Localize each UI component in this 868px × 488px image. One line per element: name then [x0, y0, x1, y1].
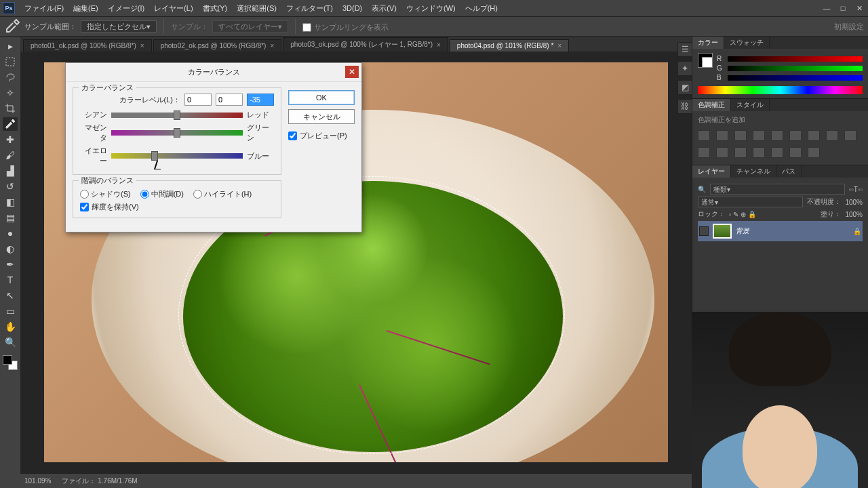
adj-icon[interactable] [844, 130, 856, 141]
menu-image[interactable]: イメージ(I) [108, 3, 144, 14]
minimize-button[interactable]: — [821, 3, 833, 13]
type-tool[interactable]: T [3, 273, 18, 287]
tab-swatches[interactable]: スウォッチ [724, 37, 770, 49]
spectrum-picker[interactable] [698, 86, 863, 94]
b-slider[interactable] [728, 75, 863, 81]
adj-icon[interactable] [734, 147, 747, 158]
tab-paths[interactable]: パス [776, 165, 802, 178]
dialog-close-button[interactable]: ✕ [345, 66, 359, 78]
menu-view[interactable]: 表示(V) [372, 3, 397, 14]
doc-tab-1[interactable]: photo01_ok.psd @ 100% (RGB/8*)× [23, 39, 152, 52]
move-tool[interactable]: ▸ [3, 39, 18, 53]
blur-tool[interactable]: ● [3, 226, 18, 240]
close-icon[interactable]: × [140, 42, 144, 49]
adj-icon[interactable] [716, 130, 728, 141]
eyedropper-tool[interactable] [3, 117, 18, 131]
layer-kind-dropdown[interactable]: 種類▾ [710, 184, 845, 195]
level-1-input[interactable] [184, 94, 212, 106]
adj-icon[interactable] [716, 147, 728, 158]
adj-icon[interactable] [734, 130, 747, 141]
zoom-level[interactable]: 101.09% [24, 477, 51, 485]
close-icon[interactable]: × [437, 41, 441, 49]
layer-thumbnail[interactable] [713, 224, 732, 239]
dodge-tool[interactable]: ◐ [3, 242, 18, 256]
close-icon[interactable]: × [270, 42, 274, 49]
sample-range-dropdown[interactable]: 指定したピクセル▾ [81, 20, 157, 33]
history-icon[interactable]: ☰ [677, 42, 692, 57]
ok-button[interactable]: OK [288, 90, 355, 105]
menu-help[interactable]: ヘルプ(H) [465, 3, 498, 14]
menu-edit[interactable]: 編集(E) [73, 3, 98, 14]
menu-type[interactable]: 書式(Y) [203, 3, 228, 14]
visibility-icon[interactable] [699, 226, 709, 236]
blend-mode-dropdown[interactable]: 通常▾ [698, 197, 803, 207]
eraser-tool[interactable]: ◧ [3, 195, 18, 209]
histogram-icon[interactable]: ⛓ [677, 99, 692, 114]
close-icon[interactable]: × [557, 42, 561, 49]
marquee-tool[interactable] [3, 55, 18, 68]
doc-tab-4[interactable]: photo04.psd @ 101% (RGB/8) *× [450, 39, 569, 52]
radio-midtone[interactable]: 中間調(D) [140, 189, 184, 199]
sample-dropdown[interactable]: すべてのレイヤー▾ [212, 20, 288, 33]
magenta-green-slider[interactable] [111, 130, 243, 136]
menu-layer[interactable]: レイヤー(L) [154, 3, 193, 14]
stamp-tool[interactable]: ▟ [3, 164, 18, 178]
cyan-red-slider[interactable] [111, 113, 243, 118]
adj-icon[interactable] [698, 130, 710, 141]
show-ring-checkbox[interactable]: サンプルリングを表示 [302, 22, 389, 33]
dialog-title-bar[interactable]: カラーバランス ✕ [66, 63, 361, 82]
reset-label[interactable]: 初期設定 [834, 22, 864, 32]
gradient-tool[interactable]: ▤ [3, 211, 18, 224]
heal-tool[interactable]: ✚ [3, 133, 18, 146]
pen-tool[interactable]: ✒ [3, 258, 18, 271]
path-tool[interactable]: ↖ [3, 289, 18, 302]
eyedropper-icon[interactable] [4, 20, 20, 33]
cancel-button[interactable]: キャンセル [288, 109, 355, 124]
adj-icon[interactable] [771, 147, 783, 158]
preview-checkbox[interactable]: プレビュー(P) [288, 131, 355, 141]
menu-select[interactable]: 選択範囲(S) [237, 3, 277, 14]
radio-highlight[interactable]: ハイライト(H) [193, 189, 252, 199]
menu-3d[interactable]: 3D(D) [342, 4, 362, 12]
adj-icon[interactable] [808, 130, 820, 141]
adj-icon[interactable] [789, 147, 802, 158]
tab-adjustments[interactable]: 色調補正 [692, 99, 731, 111]
tab-layers[interactable]: レイヤー [692, 165, 731, 178]
adj-icon[interactable] [753, 130, 765, 141]
hand-tool[interactable]: ✋ [3, 320, 18, 333]
level-2-input[interactable] [216, 94, 243, 106]
maximize-button[interactable]: □ [837, 3, 849, 13]
level-3-input[interactable] [247, 94, 274, 106]
lasso-tool[interactable] [3, 70, 18, 84]
menu-filter[interactable]: フィルター(T) [286, 3, 333, 14]
menu-window[interactable]: ウィンドウ(W) [406, 3, 456, 14]
doc-tab-2[interactable]: photo02_ok.psd @ 100% (RGB/8*)× [153, 39, 282, 52]
history-brush-tool[interactable]: ↺ [3, 180, 18, 193]
adj-icon[interactable] [698, 147, 710, 158]
zoom-tool[interactable]: 🔍 [3, 336, 18, 349]
tab-channels[interactable]: チャンネル [731, 165, 776, 178]
adj-icon[interactable] [771, 130, 783, 141]
shape-tool[interactable]: ▭ [3, 304, 18, 318]
r-slider[interactable] [728, 56, 863, 62]
info-icon[interactable]: ◩ [677, 80, 692, 95]
actions-icon[interactable]: ✦ [677, 61, 692, 76]
brush-tool[interactable]: 🖌 [3, 148, 18, 162]
tab-styles[interactable]: スタイル [731, 99, 770, 111]
adj-icon[interactable] [808, 147, 820, 158]
menu-file[interactable]: ファイル(F) [24, 3, 64, 14]
preserve-luminosity-checkbox[interactable]: 輝度を保持(V) [80, 202, 274, 212]
crop-tool[interactable] [3, 102, 18, 115]
radio-shadow[interactable]: シャドウ(S) [80, 189, 131, 199]
g-slider[interactable] [728, 66, 863, 71]
adj-icon[interactable] [826, 130, 838, 141]
tab-color[interactable]: カラー [692, 37, 724, 49]
layer-background[interactable]: 背景 🔒 [698, 221, 863, 241]
close-button[interactable]: ✕ [853, 3, 865, 13]
doc-tab-3[interactable]: photo03_ok.psd @ 100% (レイヤー 1, RGB/8*)× [283, 37, 448, 52]
adj-icon[interactable] [789, 130, 802, 141]
wand-tool[interactable]: ✧ [3, 86, 18, 100]
color-swatches[interactable] [3, 355, 18, 370]
adj-icon[interactable] [753, 147, 765, 158]
yellow-blue-slider[interactable] [111, 153, 243, 159]
